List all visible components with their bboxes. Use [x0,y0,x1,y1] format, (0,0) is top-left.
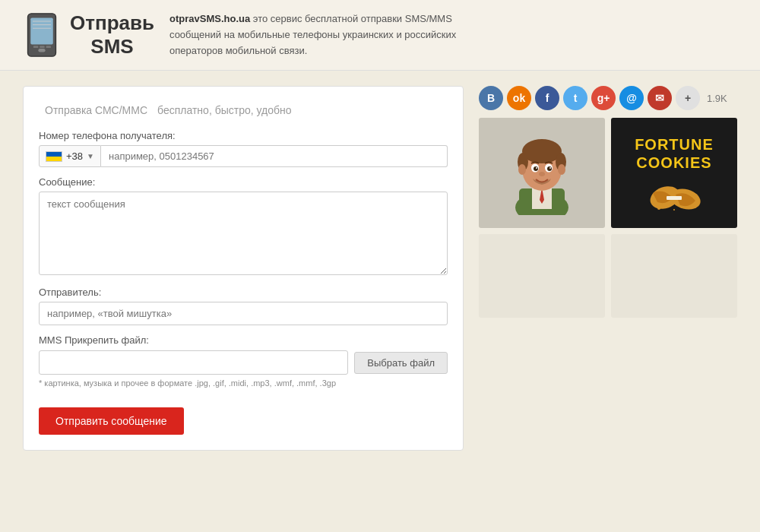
message-group: Сообщение: [39,176,448,277]
mms-group: MMS Прикрепить файл: Выбрать файл * карт… [39,334,448,388]
form-title-main: Отправка СМС/ММС [45,104,147,116]
svg-point-18 [518,164,526,175]
svg-rect-1 [30,18,53,45]
email-share-button[interactable]: ✉ [648,86,672,110]
sender-label: Отправитель: [39,287,448,298]
more-share-button[interactable]: + [676,86,700,110]
vk-share-button[interactable]: В [479,86,503,110]
country-selector[interactable]: +38 ▼ [39,145,101,167]
svg-rect-5 [46,46,51,48]
fortune-title: FORTUNE COOKIES [635,135,714,172]
phone-label: Номер телефона получателя: [39,130,448,141]
main-content: Отправка СМС/ММС бесплатно, быстро, удоб… [0,71,760,466]
image-grid: FORTUNE COOKIES [479,118,737,318]
empty-image-cell-1 [479,234,605,318]
mms-label: MMS Прикрепить файл: [39,334,448,346]
svg-rect-2 [38,49,45,52]
facebook-share-button[interactable]: f [535,86,559,110]
svg-rect-29 [667,196,682,200]
phone-code: +38 [66,150,83,162]
message-label: Сообщение: [39,176,448,188]
choose-file-button[interactable]: Выбрать файл [354,352,448,374]
form-title: Отправка СМС/ММС бесплатно, быстро, удоб… [39,102,448,118]
svg-point-30 [657,207,660,210]
message-textarea[interactable] [39,192,448,275]
form-panel: Отправка СМС/ММС бесплатно, быстро, удоб… [23,86,464,451]
fortune-cookie-icon [644,176,705,211]
svg-point-31 [689,206,691,208]
svg-point-22 [534,166,538,171]
page-header: Отправь SMS otpravSMS.ho.ua это сервис б… [0,0,760,71]
right-sidebar: В ok f t g+ @ ✉ + 1.9K [479,86,737,451]
svg-point-23 [547,166,552,171]
sender-input[interactable] [39,302,448,325]
empty-image-cell-2 [611,234,737,318]
twitter-share-button[interactable]: t [563,86,587,110]
social-share-row: В ok f t g+ @ ✉ + 1.9K [479,86,737,110]
phone-input[interactable] [101,145,448,167]
form-title-sub: бесплатно, быстро, удобно [157,104,291,116]
logo-group: Отправь SMS [23,11,154,59]
dropdown-arrow-icon: ▼ [87,152,94,160]
avatar-svg [508,131,576,215]
fortune-cookies-image-cell[interactable]: FORTUNE COOKIES [611,118,737,228]
svg-point-24 [536,167,537,169]
mailru-share-button[interactable]: @ [619,86,644,110]
ok-share-button[interactable]: ok [507,86,531,110]
file-row: Выбрать файл [39,350,448,375]
svg-point-19 [558,164,565,175]
phone-group: Номер телефона получателя: +38 ▼ [39,130,448,167]
svg-point-26 [539,172,545,176]
svg-rect-3 [33,46,38,48]
phone-icon [23,12,61,58]
file-input-box[interactable] [39,350,348,375]
avatar-image-cell[interactable] [479,118,605,228]
sender-group: Отправитель: [39,287,448,325]
svg-rect-4 [40,46,44,48]
svg-point-25 [549,167,551,169]
googleplus-share-button[interactable]: g+ [591,86,616,110]
social-count: 1.9K [707,93,727,104]
header-title: Отправь SMS [70,11,154,59]
site-name: otpravSMS.ho.ua [169,13,250,24]
file-hint: * картинка, музыка и прочее в формате .j… [39,378,448,388]
svg-point-32 [673,209,675,211]
submit-button[interactable]: Отправить сообщение [39,407,184,435]
phone-row: +38 ▼ [39,145,448,167]
ukraine-flag-icon [46,151,62,162]
header-description: otpravSMS.ho.ua это сервис бесплатной от… [169,11,489,59]
